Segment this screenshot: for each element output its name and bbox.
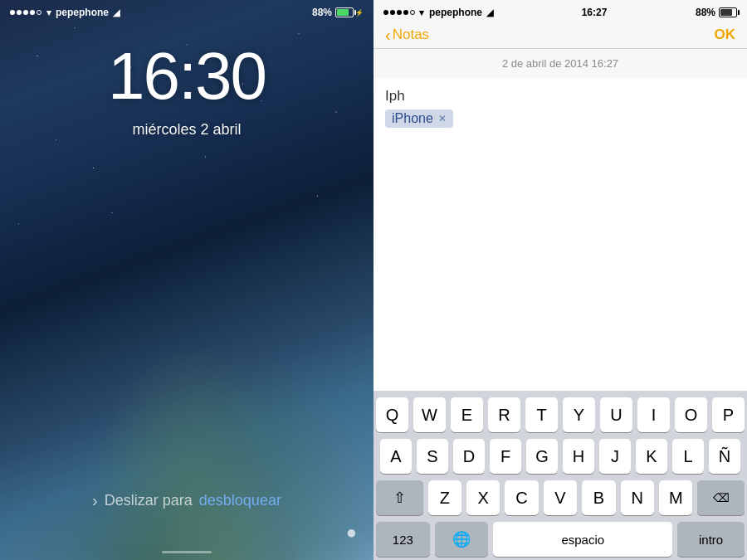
delete-key[interactable]: ⌫ bbox=[697, 480, 745, 515]
notes-wifi-icon: ▾ bbox=[419, 7, 424, 18]
typed-text: Iph bbox=[385, 88, 735, 105]
lock-screen: ▾ pepephone ◢ 88% ⚡ 16:30 miércoles 2 ab… bbox=[0, 0, 374, 560]
key-J[interactable]: J bbox=[599, 439, 631, 474]
key-123[interactable]: 123 bbox=[376, 522, 430, 557]
notes-ok-button[interactable]: OK bbox=[715, 27, 736, 43]
notes-clock: 16:27 bbox=[582, 7, 608, 18]
slide-to-unlock[interactable]: › Deslizar para desbloquear bbox=[0, 491, 374, 510]
key-W[interactable]: W bbox=[413, 397, 446, 432]
signal-dot-5 bbox=[37, 10, 42, 15]
ndot-2 bbox=[390, 10, 395, 15]
signal-dot-4 bbox=[30, 10, 35, 15]
suggestion-text: iPhone bbox=[392, 111, 433, 126]
notes-carrier: pepephone bbox=[429, 7, 482, 18]
key-Q[interactable]: Q bbox=[376, 397, 408, 432]
key-S[interactable]: S bbox=[417, 439, 448, 474]
key-B[interactable]: B bbox=[582, 480, 615, 515]
notes-back-button[interactable]: ‹ Notas bbox=[385, 27, 429, 43]
notes-battery-icon bbox=[719, 7, 737, 17]
signal-dot-3 bbox=[23, 10, 28, 15]
charging-bolt-icon: ⚡ bbox=[355, 9, 364, 17]
key-H[interactable]: H bbox=[563, 439, 594, 474]
ndot-3 bbox=[397, 10, 402, 15]
ndot-1 bbox=[383, 10, 388, 15]
key-return[interactable]: intro bbox=[677, 522, 745, 557]
key-V[interactable]: V bbox=[544, 480, 577, 515]
typed-characters: Iph bbox=[385, 88, 405, 104]
key-O[interactable]: O bbox=[675, 397, 707, 432]
notes-screen: ▾ pepephone ◢ 16:27 88% ‹ Notas OK 2 de … bbox=[374, 0, 747, 560]
lock-carrier: pepephone bbox=[56, 7, 109, 18]
key-L[interactable]: L bbox=[672, 439, 704, 474]
battery-fill bbox=[337, 9, 349, 16]
notes-status-right: 88% bbox=[696, 7, 737, 18]
key-E[interactable]: E bbox=[451, 397, 483, 432]
key-globe[interactable]: 🌐 bbox=[435, 522, 489, 557]
notes-back-label: Notas bbox=[393, 27, 429, 43]
key-U[interactable]: U bbox=[600, 397, 632, 432]
key-P[interactable]: P bbox=[712, 397, 745, 432]
keyboard-row-bottom: 123 🌐 espacio intro bbox=[376, 522, 745, 557]
notes-status-left: ▾ pepephone ◢ bbox=[383, 7, 493, 18]
key-K[interactable]: K bbox=[636, 439, 667, 474]
ndot-5 bbox=[410, 10, 415, 15]
keyboard-row-2: A S D F G H J K L Ñ bbox=[376, 439, 745, 474]
battery-body bbox=[335, 7, 354, 17]
key-G[interactable]: G bbox=[526, 439, 558, 474]
notes-status-bar: ▾ pepephone ◢ 16:27 88% bbox=[374, 0, 747, 22]
delete-icon: ⌫ bbox=[713, 491, 730, 504]
lock-battery-icon: ⚡ bbox=[335, 7, 364, 17]
lock-status-left: ▾ pepephone ◢ bbox=[10, 7, 120, 18]
key-Y[interactable]: Y bbox=[563, 397, 595, 432]
autocorrect-suggestion[interactable]: iPhone ✕ bbox=[385, 110, 453, 128]
slide-text-before: Deslizar para bbox=[105, 492, 193, 509]
keyboard-row-1: Q W E R T Y U I O P bbox=[376, 397, 745, 432]
lock-time: 16:30 bbox=[0, 38, 374, 114]
key-I[interactable]: I bbox=[637, 397, 670, 432]
home-indicator bbox=[162, 551, 212, 553]
keyboard-row-3: ⇧ Z X C V B N M ⌫ bbox=[376, 480, 745, 515]
notes-nav-bar: ‹ Notas OK bbox=[374, 22, 747, 49]
key-D[interactable]: D bbox=[453, 439, 485, 474]
wifi-icon: ▾ bbox=[46, 7, 51, 18]
ndot-4 bbox=[403, 10, 408, 15]
key-N[interactable]: N bbox=[621, 480, 654, 515]
key-Z[interactable]: Z bbox=[428, 480, 461, 515]
slide-arrow-icon: › bbox=[92, 491, 98, 510]
lock-battery-percent: 88% bbox=[312, 7, 332, 18]
notes-content-area[interactable]: Iph iPhone ✕ bbox=[374, 78, 747, 391]
camera-icon[interactable]: ● bbox=[346, 522, 357, 543]
key-A[interactable]: A bbox=[380, 439, 412, 474]
signal-icon bbox=[10, 10, 42, 15]
notes-battery-fill bbox=[720, 9, 732, 16]
notes-date-label: 2 de abril de 2014 16:27 bbox=[374, 49, 747, 78]
key-T[interactable]: T bbox=[525, 397, 558, 432]
notes-battery-percent: 88% bbox=[696, 7, 715, 18]
key-R[interactable]: R bbox=[488, 397, 520, 432]
shift-icon: ⇧ bbox=[393, 489, 406, 507]
keyboard: Q W E R T Y U I O P A S D F G H J K L Ñ … bbox=[374, 391, 747, 560]
notes-wifi-signal-icon: ◢ bbox=[486, 7, 493, 18]
slide-text-highlight: desbloquear bbox=[199, 492, 281, 509]
key-X[interactable]: X bbox=[466, 480, 500, 515]
lock-date: miércoles 2 abril bbox=[0, 121, 374, 139]
signal-dot-2 bbox=[17, 10, 22, 15]
key-M[interactable]: M bbox=[659, 480, 692, 515]
key-F[interactable]: F bbox=[490, 439, 521, 474]
key-N-tilde[interactable]: Ñ bbox=[709, 439, 740, 474]
key-C[interactable]: C bbox=[505, 480, 538, 515]
key-space[interactable]: espacio bbox=[493, 522, 672, 557]
suggestion-dismiss-icon[interactable]: ✕ bbox=[438, 113, 447, 124]
signal-dot-1 bbox=[10, 10, 15, 15]
back-chevron-icon: ‹ bbox=[385, 27, 391, 43]
shift-key[interactable]: ⇧ bbox=[376, 480, 423, 515]
lock-status-bar: ▾ pepephone ◢ 88% ⚡ bbox=[0, 0, 374, 22]
lock-status-right: 88% ⚡ bbox=[312, 7, 364, 18]
wifi-signal-icon: ◢ bbox=[113, 7, 120, 18]
notes-signal-icon bbox=[383, 10, 415, 15]
